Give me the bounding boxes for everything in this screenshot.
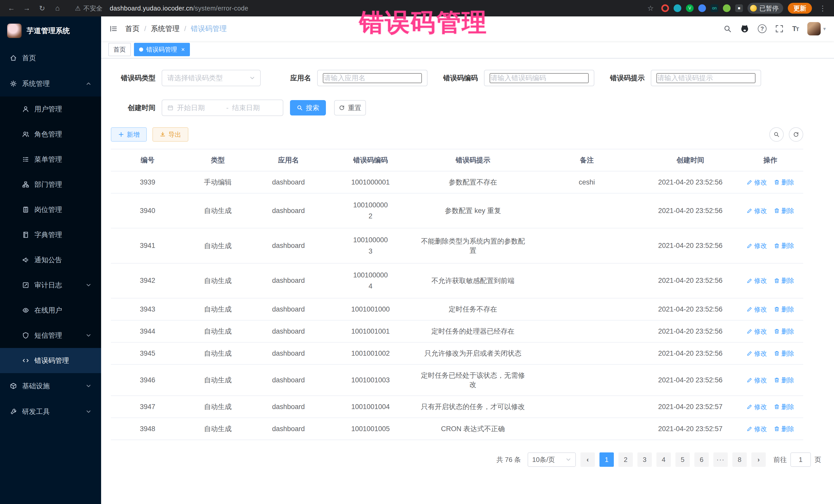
chevron-up-icon [86,81,91,86]
sidebar-item-error-code[interactable]: 错误码管理 [0,348,101,373]
update-button[interactable]: 更新 [788,3,812,14]
page-button-6[interactable]: 6 [695,453,709,467]
delete-link[interactable]: 删除 [774,241,794,250]
sidebar-item-online-users[interactable]: 在线用户 [0,298,101,323]
delete-link[interactable]: 删除 [774,425,794,433]
page-button-3[interactable]: 3 [637,453,652,467]
edit-link[interactable]: 修改 [746,403,767,411]
edit-link[interactable]: 修改 [746,241,767,250]
filter-hint: 错误码提示 [600,70,761,86]
filter-row-1: 错误码类型 请选择错误码类型 应用名 错误码编码 错误码提示 [111,70,803,86]
extension-icon-green-v[interactable]: V [686,4,694,12]
breadcrumb-system[interactable]: 系统管理 [151,24,180,34]
tab-home[interactable]: 首页 [108,43,131,56]
error-type-select[interactable]: 请选择错误码类型 [162,70,261,86]
date-range-picker[interactable]: 开始日期 - 结束日期 [162,100,283,116]
extension-icon-dark-badge[interactable]: on [710,4,718,12]
profile-paused-badge[interactable]: 已暂停 [748,3,783,14]
edit-link[interactable]: 修改 [746,425,767,433]
goto-page-input[interactable] [790,453,811,467]
sidebar-item-users[interactable]: 用户管理 [0,96,101,122]
sidebar-item-menus[interactable]: 菜单管理 [0,147,101,172]
edit-link[interactable]: 修改 [746,349,767,358]
sidebar-item-sms[interactable]: 短信管理 [0,323,101,348]
delete-link[interactable]: 删除 [774,305,794,313]
delete-link[interactable]: 删除 [774,376,794,385]
error-hint-input[interactable] [656,73,755,83]
fullscreen-icon[interactable] [775,25,784,33]
page-size-select[interactable]: 10条/页 [528,453,576,467]
sidebar-item-roles[interactable]: 角色管理 [0,122,101,147]
wrench-icon [10,408,17,415]
bookmark-star-icon[interactable]: ☆ [644,4,657,13]
date-start[interactable]: 开始日期 [177,103,223,112]
url-host: dashboard.yudao.iocoder.cn [110,5,193,12]
sidebar-item-notices[interactable]: 通知公告 [0,247,101,272]
extension-icon-teal[interactable] [674,4,681,12]
search-button[interactable]: 搜索 [290,100,326,115]
edit-link[interactable]: 修改 [746,327,767,336]
edit-link[interactable]: 修改 [746,178,767,187]
hamburger-icon[interactable] [109,25,117,33]
delete-link[interactable]: 删除 [774,277,794,285]
prev-page-button[interactable]: ‹ [580,453,595,467]
toggle-search-button[interactable] [769,127,784,141]
date-end[interactable]: 结束日期 [232,103,278,112]
page-button-8[interactable]: 8 [732,453,747,467]
page-button-1[interactable]: 1 [599,453,614,467]
export-button[interactable]: 导出 [152,127,188,141]
pages-ellipsis-button[interactable]: ··· [714,453,728,467]
add-button[interactable]: 新增 [111,127,147,141]
sidebar-item-departments[interactable]: 部门管理 [0,172,101,197]
delete-link[interactable]: 删除 [774,327,794,336]
font-size-icon[interactable]: TT [792,25,798,33]
github-icon[interactable] [740,24,749,33]
close-icon[interactable]: × [181,46,185,53]
error-code-input[interactable] [490,73,589,83]
help-icon[interactable]: ? [758,24,767,33]
page-button-2[interactable]: 2 [618,453,633,467]
app-logo[interactable]: 芋道管理系统 [0,17,101,45]
tab-error-code[interactable]: 错误码管理 × [134,43,190,56]
reload-icon[interactable]: ↻ [36,4,48,13]
logo-image [7,24,22,38]
forward-icon[interactable]: → [21,4,33,12]
delete-link[interactable]: 删除 [774,206,794,215]
search-icon[interactable] [723,25,731,33]
delete-link[interactable]: 删除 [774,178,794,187]
home-nav-icon[interactable]: ⌂ [51,4,64,12]
extension-icon-blue[interactable] [698,4,706,12]
edit-link[interactable]: 修改 [746,376,767,385]
browser-menu-icon[interactable]: ⋮ [816,4,829,13]
sidebar-item-infrastructure[interactable]: 基础设施 [0,373,101,399]
sidebar-item-devtools[interactable]: 研发工具 [0,399,101,424]
breadcrumb-home[interactable]: 首页 [125,24,139,34]
delete-link[interactable]: 删除 [774,349,794,358]
security-indicator[interactable]: ⚠ 不安全 [75,4,103,13]
sidebar-item-posts[interactable]: 岗位管理 [0,197,101,222]
extension-icon-leaf[interactable] [723,4,730,12]
refresh-table-button[interactable] [789,127,803,141]
address-bar[interactable]: dashboard.yudao.iocoder.cn/system/error-… [110,5,248,12]
edit-link[interactable]: 修改 [746,305,767,313]
sidebar-item-system[interactable]: 系统管理 [0,71,101,96]
sidebar-item-dictionary[interactable]: 字典管理 [0,222,101,247]
table-row: 3947 自动生成 dashboard 1001001004 只有开启状态的任务… [111,396,803,418]
back-icon[interactable]: ← [5,4,18,12]
table-row: 3942 自动生成 dashboard 1001000004 不允许获取敏感配置… [111,264,803,299]
extension-icon-red[interactable] [661,4,669,12]
next-page-button[interactable]: › [751,453,766,467]
user-menu[interactable]: ▾ [807,22,826,36]
edit-link[interactable]: 修改 [746,277,767,285]
extensions-puzzle-icon[interactable]: ■ [735,4,743,12]
app-title: 芋道管理系统 [27,26,70,36]
page-button-5[interactable]: 5 [675,453,690,467]
sidebar-item-audit-log[interactable]: 审计日志 [0,272,101,298]
delete-link[interactable]: 删除 [774,403,794,411]
sidebar-item-home[interactable]: 首页 [0,45,101,71]
trash-icon [774,207,780,214]
page-button-4[interactable]: 4 [656,453,671,467]
reset-button[interactable]: 重置 [334,100,366,115]
app-name-input[interactable] [323,73,422,83]
edit-link[interactable]: 修改 [746,206,767,215]
